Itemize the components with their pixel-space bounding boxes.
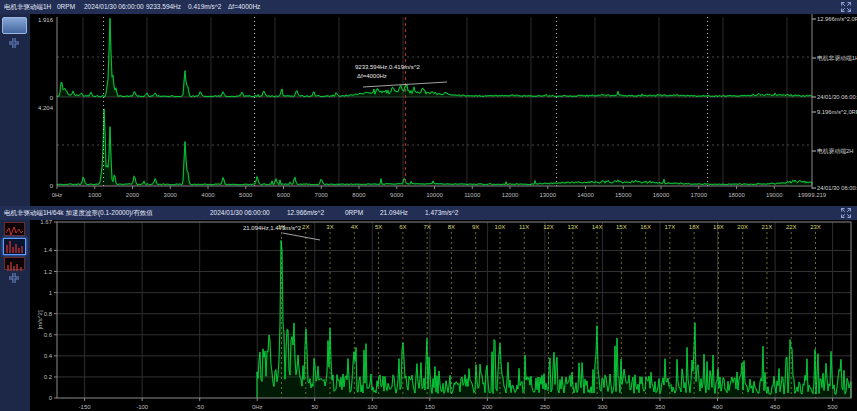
- order-label: 2X: [302, 224, 309, 230]
- y-unit-label: [m/s^2]: [37, 310, 43, 329]
- spectrum-glow: [57, 18, 812, 97]
- order-label: 19X: [713, 224, 724, 230]
- x-tick-label: 2000: [126, 192, 140, 198]
- order-label: 11X: [519, 224, 529, 230]
- order-label: 5X: [375, 224, 382, 230]
- waveform-tool-icon[interactable]: [4, 222, 25, 236]
- y-tick-label: 0.8: [44, 311, 53, 317]
- spectrum-trace: [57, 18, 812, 97]
- x-tick-label: 16000: [653, 192, 670, 198]
- channel-name: 电机非驱动端1H: [4, 0, 51, 14]
- x-tick-label: 19000: [766, 192, 783, 198]
- order-label: 10X: [495, 224, 506, 230]
- x-tick-label: 6000: [277, 192, 291, 198]
- spectrum-panel-bottom: 电机非驱动端1H/64k 加速度波形(0.1-20000)/有效值 2024/0…: [0, 206, 857, 411]
- x-tick-label: -50: [195, 404, 204, 410]
- plot-frame: [57, 222, 851, 398]
- delta-frequency: Δf=4000Hz: [228, 0, 260, 14]
- x-tick-label: 13000: [539, 192, 556, 198]
- timestamp: 2024/01/30 06:00:00: [84, 0, 144, 14]
- y-tick-label: 1.2: [44, 269, 53, 275]
- y-tick-label: 0.2: [44, 374, 53, 380]
- y-zero-label: 0: [50, 183, 54, 189]
- x-tick-label: 100: [367, 404, 378, 410]
- x-tick-label: 200: [482, 404, 493, 410]
- x-tick-label: 4000: [201, 192, 215, 198]
- cursor-amplitude: 1.473m/s^2: [425, 206, 458, 220]
- right-label: 电机非驱动端1H: [817, 54, 857, 62]
- x-tick-label: 0Hz: [52, 192, 63, 198]
- x-tick-label: 12000: [502, 192, 519, 198]
- x-tick-label: 500: [828, 404, 839, 410]
- spectrum-glow: [57, 109, 812, 185]
- top-toolbar: [0, 14, 30, 206]
- x-tick-label: 150: [425, 404, 436, 410]
- histogram-tool-icon[interactable]: [4, 257, 25, 270]
- cursor-amplitude: 0.419m/s^2: [188, 0, 221, 14]
- order-label: 15X: [616, 224, 627, 230]
- x-tick-label: 11000: [464, 192, 481, 198]
- order-label: 21X: [762, 224, 773, 230]
- pan-tool-icon[interactable]: [8, 272, 20, 284]
- x-tick-label: 3000: [164, 192, 178, 198]
- y-zero-label: 0: [50, 95, 54, 101]
- expand-icon[interactable]: [841, 2, 851, 12]
- y-tick-label: 0.4: [44, 353, 53, 359]
- x-tick-label: 15000: [615, 192, 632, 198]
- cursor-frequency: 9233.594Hz: [146, 0, 181, 14]
- bottom-toolbar: [0, 220, 30, 411]
- x-tick-label: -150: [79, 404, 92, 410]
- order-label: 6X: [399, 224, 406, 230]
- y-tick-label: 1: [49, 290, 53, 296]
- y-max-label: 4.204: [38, 105, 54, 111]
- order-label: 23X: [810, 224, 821, 230]
- order-label: 13X: [567, 224, 578, 230]
- right-label: 9.196m/s^2,0RPM: [817, 109, 857, 115]
- x-tick-label: 5000: [239, 192, 253, 198]
- spectrum-fill: [57, 18, 812, 97]
- right-label: 电机驱动端2H: [817, 147, 853, 155]
- y-tick-label: 1.4: [44, 247, 53, 253]
- pan-tool-icon[interactable]: [8, 37, 20, 49]
- rms-value: 12.966m/s^2: [287, 206, 324, 220]
- x-tick-label: 10000: [426, 192, 443, 198]
- order-label: 9X: [472, 224, 479, 230]
- x-tick-label: 0Hz: [252, 404, 263, 410]
- top-plot-area[interactable]: 0Hz1000200030004000500060007000800090001…: [30, 14, 857, 206]
- order-label: 20X: [737, 224, 748, 230]
- spectrum-panel-top: 电机非驱动端1H 0RPM 2024/01/30 06:00:00 9233.5…: [0, 0, 857, 206]
- x-tick-label: -100: [136, 404, 149, 410]
- bottom-plot-area[interactable]: 00.20.40.60.811.21.41.67-150-100-500Hz50…: [30, 220, 857, 411]
- order-label: 4X: [351, 224, 358, 230]
- x-tick-label: 19999.219: [798, 192, 827, 198]
- spectrum-fill: [57, 109, 812, 185]
- order-label: 14X: [592, 224, 603, 230]
- order-label: 12X: [543, 224, 554, 230]
- x-tick-label: 7000: [315, 192, 329, 198]
- y-tick-label: 1.67: [40, 220, 52, 225]
- delta-annotation: Δf=4000Hz: [357, 73, 387, 79]
- y-tick-label: 0.6: [44, 332, 53, 338]
- x-tick-label: 350: [655, 404, 666, 410]
- select-tool-icon[interactable]: [2, 17, 27, 34]
- y-tick-label: 0: [49, 395, 53, 401]
- timestamp: 2024/01/30 06:00:00: [210, 206, 270, 220]
- order-label: 3X: [326, 224, 333, 230]
- right-label: 24/01/30 06:00:00: [817, 185, 857, 191]
- expand-icon[interactable]: [841, 208, 851, 218]
- spectrum-trace: [57, 109, 812, 185]
- spectrum-tool-icon[interactable]: [3, 238, 26, 255]
- x-tick-label: 1000: [88, 192, 102, 198]
- order-label: 7X: [423, 224, 430, 230]
- y-max-label: 1.916: [38, 17, 54, 23]
- x-tick-label: 17000: [690, 192, 707, 198]
- order-label: 8X: [448, 224, 455, 230]
- order-label: 17X: [665, 224, 676, 230]
- cursor-frequency: 21.094Hz: [380, 206, 408, 220]
- right-label: 12.966m/s^2,0RPM: [817, 16, 857, 22]
- x-tick-label: 50: [311, 404, 318, 410]
- cursor-annotation: 21.094Hz,1.473m/s^2: [243, 225, 302, 231]
- rpm-value: 0RPM: [345, 206, 363, 220]
- x-tick-label: 400: [713, 404, 724, 410]
- x-tick-label: 9000: [390, 192, 404, 198]
